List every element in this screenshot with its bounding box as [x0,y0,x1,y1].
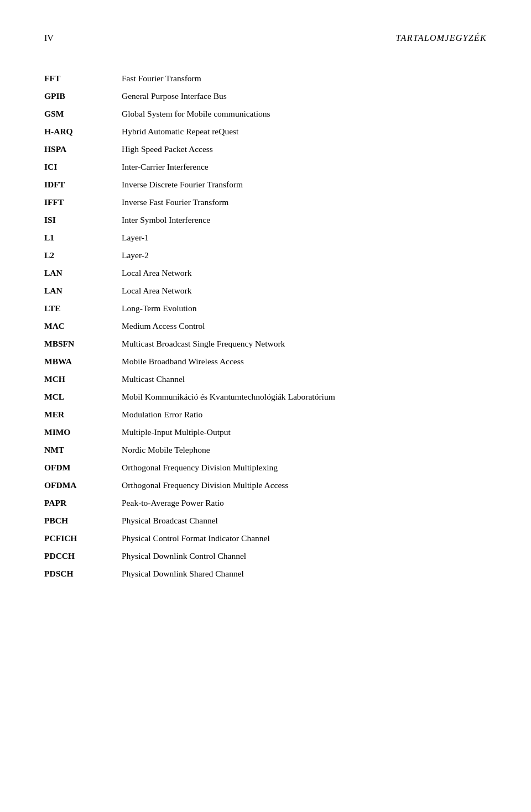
abbreviation: PAPR [44,496,122,510]
definition: Multiple-Input Multiple-Output [122,426,487,439]
abbreviation: MCH [44,373,122,386]
glossary-row: MBWAMobile Broadband Wireless Access [44,353,487,370]
glossary-row: MCLMobil Kommunikáció és Kvantumtechnoló… [44,388,487,406]
definition: Multicast Channel [122,373,487,386]
glossary-row: MACMedium Access Control [44,317,487,335]
definition: Peak-to-Average Power Ratio [122,496,487,510]
glossary-row: HSPAHigh Speed Packet Access [44,140,487,158]
glossary-row: MBSFNMulticast Broadcast Single Frequenc… [44,335,487,353]
abbreviation: MCL [44,390,122,404]
definition: Local Area Network [122,284,487,297]
abbreviation: LAN [44,284,122,297]
glossary-row: PDSCHPhysical Downlink Shared Channel [44,565,487,583]
abbreviation: PBCH [44,514,122,527]
glossary-row: OFDMAOrthogonal Frequency Division Multi… [44,476,487,494]
definition: Medium Access Control [122,319,487,333]
page-title: TARTALOMJEGYZÉK [396,33,487,43]
definition: Global System for Mobile communications [122,107,487,121]
glossary-row: MCHMulticast Channel [44,370,487,388]
glossary-row: MIMOMultiple-Input Multiple-Output [44,423,487,441]
abbreviation: NMT [44,443,122,457]
abbreviation: OFDMA [44,479,122,492]
definition: Modulation Error Ratio [122,408,487,421]
abbreviation: LAN [44,266,122,280]
glossary-row: GPIBGeneral Purpose Interface Bus [44,87,487,105]
definition: Long-Term Evolution [122,302,487,315]
definition: Physical Control Format Indicator Channe… [122,532,487,545]
abbreviation: LTE [44,302,122,315]
abbreviation: OFDM [44,461,122,474]
abbreviation: FFT [44,72,122,85]
definition: Inverse Fast Fourier Transform [122,196,487,209]
abbreviation: PCFICH [44,532,122,545]
abbreviation: IDFT [44,178,122,191]
glossary-row: FFTFast Fourier Transform [44,70,487,87]
abbreviation: PDSCH [44,567,122,580]
definition: Physical Downlink Control Channel [122,549,487,563]
glossary-row: IFFTInverse Fast Fourier Transform [44,193,487,211]
definition: Nordic Mobile Telephone [122,443,487,457]
glossary-row: ISIInter Symbol Interference [44,211,487,229]
abbreviation: GSM [44,107,122,121]
definition: Local Area Network [122,266,487,280]
definition: Inter Symbol Interference [122,213,487,227]
definition: Layer-2 [122,249,487,262]
abbreviation: MBSFN [44,337,122,350]
glossary-row: LANLocal Area Network [44,282,487,300]
abbreviation: MIMO [44,426,122,439]
definition: Orthogonal Frequency Division Multiple A… [122,479,487,492]
glossary-row: MERModulation Error Ratio [44,406,487,423]
definition: Physical Downlink Shared Channel [122,567,487,580]
glossary-row: ICIInter-Carrier Interference [44,158,487,176]
abbreviation: H-ARQ [44,125,122,138]
definition: Inter-Carrier Interference [122,160,487,174]
definition: Multicast Broadcast Single Frequency Net… [122,337,487,350]
glossary-row: PBCHPhysical Broadcast Channel [44,512,487,530]
glossary-table: FFTFast Fourier TransformGPIBGeneral Pur… [44,70,487,583]
glossary-row: PCFICHPhysical Control Format Indicator … [44,530,487,547]
definition: Fast Fourier Transform [122,72,487,85]
abbreviation: HSPA [44,143,122,156]
glossary-row: L1Layer-1 [44,229,487,247]
glossary-row: GSMGlobal System for Mobile communicatio… [44,105,487,123]
definition: Physical Broadcast Channel [122,514,487,527]
glossary-row: H-ARQHybrid Automatic Repeat reQuest [44,123,487,140]
abbreviation: GPIB [44,90,122,103]
abbreviation: ISI [44,213,122,227]
abbreviation: MBWA [44,355,122,368]
definition: Orthogonal Frequency Division Multiplexi… [122,461,487,474]
glossary-row: IDFTInverse Discrete Fourier Transform [44,176,487,193]
abbreviation: IFFT [44,196,122,209]
definition: Inverse Discrete Fourier Transform [122,178,487,191]
glossary-row: NMTNordic Mobile Telephone [44,441,487,459]
definition: Layer-1 [122,231,487,244]
definition: Mobil Kommunikáció és Kvantumtechnológiá… [122,390,487,404]
glossary-row: L2Layer-2 [44,247,487,264]
page-header: IV TARTALOMJEGYZÉK [44,33,487,43]
abbreviation: PDCCH [44,549,122,563]
abbreviation: L2 [44,249,122,262]
glossary-row: OFDMOrthogonal Frequency Division Multip… [44,459,487,476]
definition: High Speed Packet Access [122,143,487,156]
abbreviation: ICI [44,160,122,174]
definition: Hybrid Automatic Repeat reQuest [122,125,487,138]
glossary-row: PDCCHPhysical Downlink Control Channel [44,547,487,565]
glossary-row: LTELong-Term Evolution [44,300,487,317]
glossary-row: LANLocal Area Network [44,264,487,282]
glossary-row: PAPRPeak-to-Average Power Ratio [44,494,487,512]
definition: General Purpose Interface Bus [122,90,487,103]
page-number: IV [44,33,54,43]
abbreviation: MAC [44,319,122,333]
abbreviation: L1 [44,231,122,244]
definition: Mobile Broadband Wireless Access [122,355,487,368]
abbreviation: MER [44,408,122,421]
